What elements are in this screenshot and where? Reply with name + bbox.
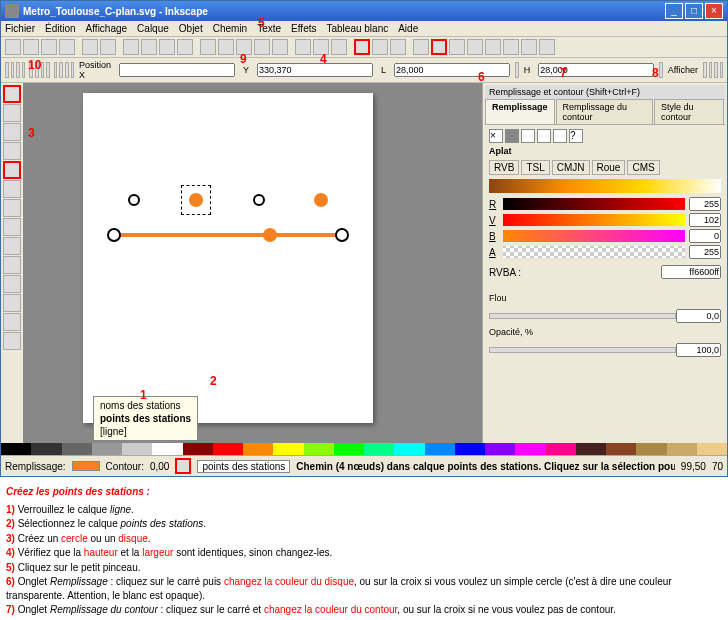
opt-button[interactable] (720, 62, 724, 78)
ellipse-tool[interactable] (3, 161, 21, 179)
a-slider[interactable] (503, 246, 685, 258)
tab-rvb[interactable]: RVB (489, 160, 519, 175)
calligraphy-tool[interactable] (3, 256, 21, 274)
toolbar-button[interactable] (372, 39, 388, 55)
tab-tsl[interactable]: TSL (521, 160, 549, 175)
pencil-tool[interactable] (3, 218, 21, 236)
opt-button[interactable] (703, 62, 707, 78)
lock-icon[interactable] (175, 458, 191, 474)
toolbar-button[interactable] (272, 39, 288, 55)
opt-button[interactable] (16, 62, 20, 78)
opacity-slider[interactable] (489, 347, 676, 353)
toolbar-button[interactable] (254, 39, 270, 55)
v-slider[interactable] (503, 214, 685, 226)
layer-option-active[interactable]: points des stations (98, 412, 193, 425)
a-input[interactable] (689, 245, 721, 259)
rvba-input[interactable] (661, 265, 721, 279)
toolbar-paint-button[interactable] (431, 39, 447, 55)
menu-whiteboard[interactable]: Tableau blanc (326, 23, 388, 34)
opt-button[interactable] (35, 62, 39, 78)
toolbar-button[interactable] (200, 39, 216, 55)
text-tool[interactable] (3, 275, 21, 293)
paint-radial-button[interactable] (537, 129, 551, 143)
zoom-tool[interactable] (3, 123, 21, 141)
menu-edit[interactable]: Édition (45, 23, 76, 34)
tab-wheel[interactable]: Roue (592, 160, 626, 175)
toolbar-button[interactable] (159, 39, 175, 55)
opt-button[interactable] (71, 62, 75, 78)
toolbar-button[interactable] (390, 39, 406, 55)
toolbar-button[interactable] (100, 39, 116, 55)
station-circle[interactable] (128, 194, 140, 206)
opt-button[interactable] (11, 62, 15, 78)
toolbar-button[interactable] (449, 39, 465, 55)
toolbar-button[interactable] (41, 39, 57, 55)
menu-view[interactable]: Affichage (86, 23, 128, 34)
menu-object[interactable]: Objet (179, 23, 203, 34)
canvas[interactable] (83, 93, 373, 423)
tab-stroke-paint[interactable]: Remplissage du contour (556, 99, 654, 124)
y-input[interactable] (257, 63, 373, 77)
toolbar-clone-button[interactable] (354, 39, 370, 55)
opacity-input[interactable] (676, 343, 721, 357)
minimize-button[interactable]: _ (665, 3, 683, 19)
menu-file[interactable]: Fichier (5, 23, 35, 34)
toolbar-button[interactable] (295, 39, 311, 55)
posx-input[interactable] (119, 63, 235, 77)
menu-layer[interactable]: Calque (137, 23, 169, 34)
opt-button[interactable] (29, 62, 33, 78)
station-disc[interactable] (314, 193, 328, 207)
tab-stroke-style[interactable]: Style du contour (654, 99, 724, 124)
layer-option[interactable]: noms des stations (98, 399, 193, 412)
opt-button[interactable] (54, 62, 58, 78)
toolbar-button[interactable] (123, 39, 139, 55)
tab-fill[interactable]: Remplissage (485, 99, 555, 124)
r-slider[interactable] (503, 198, 685, 210)
opt-button[interactable] (709, 62, 713, 78)
r-input[interactable] (689, 197, 721, 211)
toolbar-button[interactable] (82, 39, 98, 55)
b-input[interactable] (689, 229, 721, 243)
toolbar-button[interactable] (5, 39, 21, 55)
toolbar-button[interactable] (413, 39, 429, 55)
line-end[interactable] (107, 228, 121, 242)
rect-tool[interactable] (3, 142, 21, 160)
tab-cmjn[interactable]: CMJN (552, 160, 590, 175)
maximize-button[interactable]: □ (685, 3, 703, 19)
line-end[interactable] (335, 228, 349, 242)
bezier-tool[interactable] (3, 237, 21, 255)
canvas-area[interactable]: noms des stations points des stations [l… (23, 83, 482, 443)
metro-line[interactable] (113, 233, 343, 237)
toolbar-button[interactable] (23, 39, 39, 55)
unit-select[interactable] (659, 62, 663, 78)
opt-button[interactable] (41, 62, 45, 78)
paint-pattern-button[interactable] (553, 129, 567, 143)
menu-path[interactable]: Chemin (213, 23, 247, 34)
paint-none-button[interactable]: × (489, 129, 503, 143)
toolbar-button[interactable] (59, 39, 75, 55)
dropper-tool[interactable] (3, 313, 21, 331)
menu-help[interactable]: Aide (398, 23, 418, 34)
layer-option[interactable]: [ligne] (98, 425, 193, 438)
opt-button[interactable] (5, 62, 9, 78)
spiral-tool[interactable] (3, 199, 21, 217)
close-button[interactable]: × (705, 3, 723, 19)
opt-button[interactable] (65, 62, 69, 78)
color-gradient[interactable] (489, 179, 721, 193)
blur-input[interactable] (676, 309, 721, 323)
v-input[interactable] (689, 213, 721, 227)
paint-linear-button[interactable] (521, 129, 535, 143)
toolbar-button[interactable] (141, 39, 157, 55)
line-node[interactable] (263, 228, 277, 242)
toolbar-button[interactable] (521, 39, 537, 55)
opt-button[interactable] (22, 62, 26, 78)
toolbar-button[interactable] (313, 39, 329, 55)
opt-button[interactable] (714, 62, 718, 78)
menu-effects[interactable]: Effets (291, 23, 316, 34)
b-slider[interactable] (503, 230, 685, 242)
color-palette[interactable] (1, 443, 727, 455)
opt-button[interactable] (59, 62, 63, 78)
toolbar-button[interactable] (503, 39, 519, 55)
toolbar-button[interactable] (218, 39, 234, 55)
connector-tool[interactable] (3, 332, 21, 350)
